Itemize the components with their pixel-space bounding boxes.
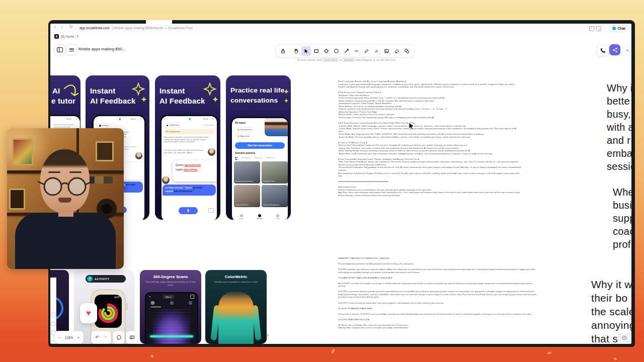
- back-icon[interactable]: ‹: [54, 25, 56, 30]
- comment-button[interactable]: [113, 331, 125, 344]
- eraser-tool[interactable]: 0: [392, 46, 401, 56]
- scan-phone: × Hips ∨: [145, 292, 198, 344]
- line-tool[interactable]: 6: [352, 46, 361, 56]
- sparkle-doodle: [282, 88, 290, 106]
- feedback-button[interactable]: [126, 331, 138, 344]
- hamburger-icon: [69, 48, 74, 52]
- browser-window: ‹ › ↻ app.excalidraw.com | Mobile apps m…: [48, 20, 635, 347]
- handwritten-note-2[interactable]: Wher busi supp coac prof: [613, 186, 631, 251]
- tab-label[interactable]: (8) Home / X: [61, 35, 79, 38]
- diamond-tool[interactable]: 3: [321, 46, 331, 56]
- free-practice-chip[interactable]: Free practice: [235, 127, 254, 132]
- draw-tool[interactable]: 7: [362, 46, 371, 56]
- keyboard-icon[interactable]: [208, 208, 214, 213]
- sparkle-doodle: [132, 82, 147, 102]
- kbd-mouse-wheel: mouse wheel: [322, 58, 339, 62]
- nav-practice[interactable]: Practice: [252, 214, 267, 220]
- shapes-tool[interactable]: [402, 46, 412, 56]
- redo-button[interactable]: ↷: [104, 335, 108, 340]
- mouse-cursor: [409, 122, 415, 130]
- rectangle-tool[interactable]: 2: [311, 46, 321, 56]
- nav-profile[interactable]: Profile: [270, 214, 285, 220]
- body-scan-render: [153, 309, 190, 344]
- extension-icon[interactable]: [589, 26, 594, 31]
- phone-statusbar: ‹👤04:14≡: [164, 118, 215, 122]
- activity-label: ACTIVITY: [95, 278, 109, 281]
- carousel-next-icon[interactable]: ›: [266, 330, 269, 340]
- phone-statusbar: 04:14≡: [50, 118, 78, 122]
- zozofit-card-scans[interactable]: 360-Degree Scans View full body shape an…: [140, 270, 201, 344]
- forward-icon[interactable]: ›: [61, 25, 63, 30]
- scenario-tile[interactable]: Safety and Emergencies: [262, 185, 288, 207]
- selection-tool[interactable]: 1: [301, 46, 311, 56]
- ellipse-tool[interactable]: 4: [332, 46, 341, 56]
- hand-tool[interactable]: [291, 46, 301, 56]
- nav-home[interactable]: Home: [234, 214, 249, 220]
- card-title: AI Feedback: [90, 97, 136, 105]
- browser-toolbar: ‹ › ↻ app.excalidraw.com | Mobile apps m…: [50, 24, 631, 33]
- image-tool[interactable]: 9: [382, 46, 391, 56]
- history-button[interactable]: [618, 333, 631, 343]
- zozofit-card-colormetric[interactable]: ColorMetric Identify areas of growth or …: [205, 270, 267, 344]
- voice-call-button[interactable]: [597, 44, 609, 56]
- tutor-header: AI tutor: [235, 121, 246, 124]
- menu-button[interactable]: [66, 44, 77, 55]
- excalidraw-canvas[interactable]: Mobile apps making $50... 1: [50, 40, 631, 344]
- text-tool[interactable]: A 8: [372, 46, 381, 56]
- appstore-card-instant-feedback-2[interactable]: Instant AI Feedback ‹👤04:14≡ Conferencia…: [155, 75, 220, 220]
- glasses-icon: [37, 175, 93, 198]
- lesson-banner: ☰ Conferencia: [164, 129, 213, 134]
- scenario-tile[interactable]: Job Search and Interviews: [234, 161, 260, 184]
- tab-workplace[interactable]: Workplace: [242, 157, 251, 159]
- appstore-card-practice[interactable]: Practice real life conversations AI tuto…: [226, 75, 291, 220]
- zozofit-description-text[interactable]: SMARTER TRACKING FOR IMPACTFUL CHANGES P…: [338, 257, 538, 329]
- student-avatar: [162, 176, 170, 184]
- any-scene-chip[interactable]: Any scene: [235, 134, 252, 139]
- person-brow: [48, 171, 60, 173]
- tab-medicine[interactable]: Medicine: [267, 157, 274, 159]
- zoom-controls: − 128% +: [54, 331, 84, 344]
- card-title: Instant: [90, 86, 116, 95]
- feedback-bubble-icon: [129, 335, 135, 340]
- scenario-tile[interactable]: Salary and Benefits: [234, 185, 260, 207]
- card-title: conversations: [230, 97, 278, 104]
- collapse-sidebar-button[interactable]: «: [622, 45, 631, 56]
- lock-tool[interactable]: [278, 46, 288, 56]
- chat-label: Chat: [617, 27, 625, 30]
- handwritten-note-1[interactable]: Why it bette busy, with a and r embar se…: [607, 81, 631, 173]
- tabs-more-icon[interactable]: ›: [284, 157, 285, 159]
- hips-dropdown[interactable]: Hips ∨: [163, 295, 175, 299]
- english-paragraph: Let's get started. When you want to tell…: [164, 149, 203, 154]
- phone-mockup: ‹👤04:14≡ Conferencia ☰ Conferencia Hoy v…: [160, 115, 218, 220]
- clock-icon: [622, 335, 627, 340]
- correction-bubble: La frase correcta: " Quiero aprender esp…: [163, 185, 216, 196]
- mic-button[interactable]: [179, 207, 198, 214]
- scenario-tabs: All Workplace Daily Life Medicine ›: [235, 157, 285, 159]
- sidebar-toggle-button[interactable]: [54, 44, 65, 55]
- address-bar[interactable]: app.excalidraw.com | Mobile apps making …: [79, 26, 193, 30]
- arrow-tool[interactable]: 5: [342, 46, 351, 56]
- zoom-out-button[interactable]: −: [58, 335, 61, 340]
- card-subtitle: Identify areas of growth or reduction in…: [209, 281, 263, 284]
- svg-text:A: A: [375, 48, 378, 53]
- tab-daily-life[interactable]: Daily Life: [255, 157, 263, 159]
- reload-icon[interactable]: ↻: [69, 25, 73, 29]
- share-button[interactable]: [609, 44, 620, 55]
- langlearn-description-text[interactable]: Break Language Barriers with AI—Learn La…: [338, 80, 522, 197]
- extension-icon[interactable]: [596, 26, 601, 31]
- tab-all[interactable]: All: [235, 157, 237, 160]
- zoom-level[interactable]: 128%: [65, 336, 73, 339]
- watch-screen: 10:47: [95, 295, 122, 328]
- zoom-in-button[interactable]: +: [77, 335, 79, 340]
- x-logo-icon[interactable]: X: [54, 34, 59, 39]
- person-torso: [15, 213, 116, 269]
- undo-button[interactable]: ↶: [95, 335, 99, 340]
- document-name[interactable]: Mobile apps making $50...: [78, 47, 125, 51]
- chat-button[interactable]: Chat: [609, 25, 628, 32]
- phone-icon: [600, 48, 606, 53]
- scenario-tile[interactable]: Daily Work Tasks: [262, 161, 288, 184]
- start-conversation-button[interactable]: Start the conversation: [235, 142, 285, 149]
- url-title: | Mobile apps making $50k/month — Excali…: [112, 26, 193, 30]
- arm-right: [252, 305, 261, 341]
- tutor-avatar: [135, 152, 142, 159]
